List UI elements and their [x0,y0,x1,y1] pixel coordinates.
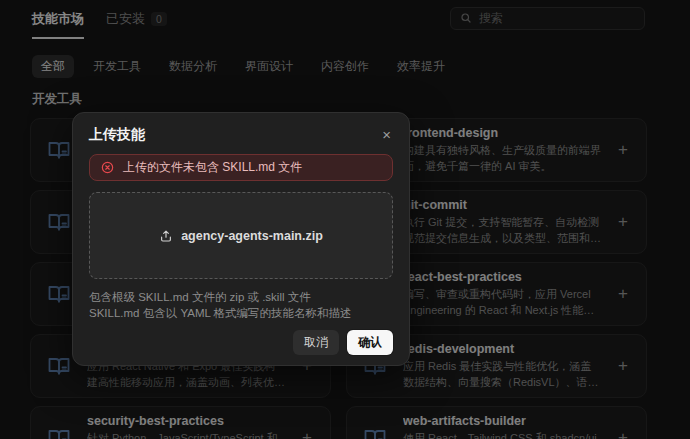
close-icon[interactable]: × [380,125,393,144]
dialog-footer: 取消 确认 [89,330,393,355]
upload-skill-dialog: 上传技能 × 上传的文件未包含 SKILL.md 文件 agency-agent… [72,112,410,366]
cancel-button[interactable]: 取消 [293,330,339,355]
upload-icon [159,229,173,243]
error-circle-x-icon [101,161,114,174]
hint-line: 包含根级 SKILL.md 文件的 zip 或 .skill 文件 [89,289,393,305]
upload-hints: 包含根级 SKILL.md 文件的 zip 或 .skill 文件 SKILL.… [89,289,393,321]
error-message: 上传的文件未包含 SKILL.md 文件 [123,159,302,176]
dialog-header: 上传技能 × [89,125,393,144]
dialog-title: 上传技能 [89,126,145,144]
upload-error-banner: 上传的文件未包含 SKILL.md 文件 [89,154,393,181]
uploaded-file-name: agency-agents-main.zip [181,229,323,243]
hint-line: SKILL.md 包含以 YAML 格式编写的技能名称和描述 [89,305,393,321]
file-dropzone[interactable]: agency-agents-main.zip [89,192,393,279]
skill-marketplace-page: 技能市场 已安装 0 搜索 全部开发工具数据分析界面设计内容创作效率提升 开发工… [0,0,690,439]
confirm-button[interactable]: 确认 [347,330,393,355]
